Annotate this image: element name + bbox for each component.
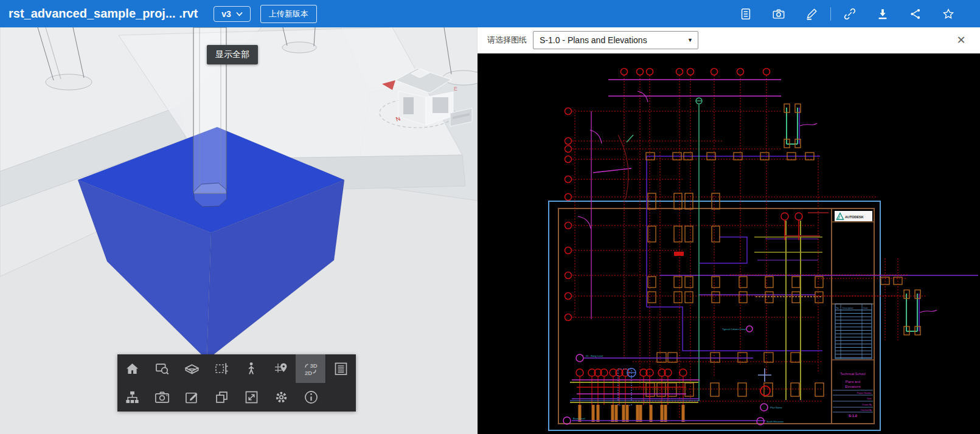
svg-text:S-1.0: S-1.0: [849, 414, 858, 418]
show-all-tooltip: 显示全部: [207, 45, 258, 64]
info-button[interactable]: [296, 383, 326, 412]
home-icon: [124, 360, 141, 377]
home-button[interactable]: [117, 354, 147, 383]
notes-icon-button[interactable]: [729, 0, 762, 27]
sheet-select-label: 请选择图纸: [487, 35, 527, 46]
close-sheet-button[interactable]: ✕: [953, 32, 969, 48]
markup-button[interactable]: [177, 383, 207, 412]
share-icon-button[interactable]: [899, 0, 932, 27]
sheet-drawing-area[interactable]: AUTODESKNo.DescriptionDateTechnical Scho…: [478, 53, 980, 434]
markup-icon: [805, 7, 818, 21]
notes-icon: [739, 7, 752, 21]
components-button[interactable]: [207, 383, 237, 412]
sheet-select[interactable]: S-1.0 - Plans and Elevations ▼: [533, 31, 698, 49]
svg-text:3D: 3D: [310, 362, 318, 369]
svg-text:Description: Description: [843, 307, 853, 309]
svg-text:Drawn By: Drawn By: [863, 404, 872, 406]
sheet-list-button[interactable]: [325, 354, 356, 383]
section-icon: [214, 360, 230, 377]
model-viewport[interactable]: N E 显示全部 3D2D: [0, 27, 478, 434]
fullscreen-button[interactable]: [237, 383, 266, 412]
svg-text:Date: Date: [867, 398, 872, 400]
download-icon-button[interactable]: [866, 0, 899, 27]
toolbar-divider: [830, 7, 831, 21]
zoom-window-icon: [154, 360, 170, 377]
sheet-list-icon: [333, 360, 349, 377]
svg-text:Typical Column Detail: Typical Column Detail: [722, 328, 746, 331]
chevron-down-icon: [236, 12, 243, 16]
link-icon: [843, 7, 857, 21]
svg-text:No.: No.: [836, 307, 839, 309]
svg-text:Base Level: Base Level: [573, 417, 585, 420]
sheet-toolbar: 请选择图纸 S-1.0 - Plans and Elevations ▼ ✕: [478, 27, 980, 53]
snapshot-button[interactable]: [147, 383, 177, 412]
minimap-button[interactable]: [266, 354, 296, 383]
hide-isolate-button[interactable]: [177, 354, 207, 383]
model-tree-button[interactable]: [117, 383, 147, 412]
header-actions: [729, 0, 965, 27]
svg-text:Checked By: Checked By: [860, 409, 872, 412]
favorite-icon: [942, 7, 955, 21]
svg-text:2D: 2D: [305, 370, 312, 376]
sheet-drawing[interactable]: AUTODESKNo.DescriptionDateTechnical Scho…: [478, 53, 980, 434]
sheet-select-value: S-1.0 - Plans and Elevations: [540, 35, 647, 45]
snapshot-icon-button[interactable]: [762, 0, 795, 27]
walk-icon: [243, 360, 259, 377]
upload-new-version-button[interactable]: 上传新版本: [260, 5, 317, 23]
svg-text:Plan Name: Plan Name: [770, 406, 783, 409]
settings-icon: [273, 389, 290, 405]
section-button[interactable]: [207, 354, 237, 383]
svg-text:01 - Story Level: 01 - Story Level: [586, 354, 603, 357]
toggle-2d3d-icon: 3D2D: [302, 360, 319, 377]
walk-button[interactable]: [237, 354, 266, 383]
toggle-2d3d-button[interactable]: 3D2D: [296, 354, 325, 383]
version-dropdown[interactable]: v3: [214, 6, 251, 22]
snapshot-icon: [772, 7, 785, 21]
svg-text:Plans and: Plans and: [846, 380, 860, 384]
zoom-window-button[interactable]: [147, 354, 177, 383]
fullscreen-icon: [243, 389, 260, 405]
minimap-icon: [273, 360, 289, 377]
markup-icon: [184, 389, 200, 405]
components-icon: [214, 389, 230, 405]
share-icon: [909, 7, 922, 21]
download-icon: [876, 7, 889, 21]
favorite-icon-button[interactable]: [932, 0, 965, 27]
model-tree-icon: [124, 389, 141, 405]
svg-text:South Elevation: South Elevation: [766, 420, 784, 423]
link-icon-button[interactable]: [833, 0, 866, 27]
svg-text:Date: Date: [863, 307, 867, 309]
hide-isolate-icon: [184, 360, 200, 377]
info-icon: [303, 389, 319, 405]
compass-e-label: E: [454, 86, 457, 92]
version-label: v3: [221, 9, 231, 19]
svg-text:AUTODESK: AUTODESK: [845, 215, 864, 219]
settings-button[interactable]: [266, 383, 296, 412]
app-header: rst_advanced_sample_proj... .rvt v3 上传新版…: [0, 0, 980, 27]
svg-text:Elevations: Elevations: [845, 385, 861, 388]
snapshot-icon: [154, 389, 170, 405]
caret-down-icon: ▼: [687, 37, 693, 43]
svg-text:Project Number: Project Number: [857, 392, 872, 394]
svg-text:Technical School: Technical School: [840, 372, 865, 376]
markup-icon-button[interactable]: [795, 0, 828, 27]
file-title: rst_advanced_sample_proj... .rvt: [9, 7, 198, 21]
viewer-toolbar: 3D2D: [117, 354, 356, 412]
